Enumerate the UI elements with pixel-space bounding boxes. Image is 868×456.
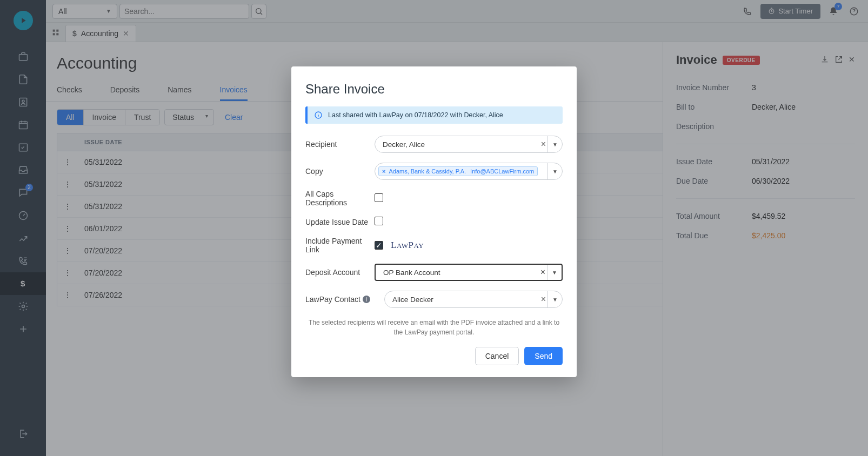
deposit-value: OP Bank Account [383,269,440,277]
modal-title: Share Invoice [305,82,563,97]
label-recipient: Recipient [305,140,375,149]
copy-tag-remove[interactable]: × [382,168,385,175]
recipient-value: Decker, Alice [383,140,425,149]
label-deposit: Deposit Account [305,268,375,277]
modal-hint: The selected recipients will receive an … [305,318,563,337]
copy-tag-name: Adams, Bank & Cassidy, P.A. [389,168,466,175]
chevron-down-icon[interactable]: ▼ [547,163,558,179]
lawpay-contact-select[interactable]: Alice Decker × ▼ [384,291,563,308]
info-icon[interactable]: i [363,296,370,303]
lawpay-contact-clear[interactable]: × [541,294,546,304]
label-allcaps: All Caps Descriptions [305,190,375,207]
chevron-down-icon[interactable]: ▼ [547,291,558,307]
send-button[interactable]: Send [524,347,563,365]
label-lawpay-contact: LawPay Contact i [305,295,375,304]
share-invoice-modal: Share Invoice Last shared with LawPay on… [291,66,577,377]
info-banner-text: Last shared with LawPay on 07/18/2022 wi… [328,111,503,119]
recipient-clear[interactable]: × [541,139,546,149]
lawpay-contact-value: Alice Decker [392,296,433,304]
deposit-clear[interactable]: × [540,267,545,277]
info-banner: Last shared with LawPay on 07/18/2022 wi… [305,106,563,124]
deposit-account-select[interactable]: OP Bank Account × ▼ [375,264,563,281]
payment-link-checkbox[interactable]: ✓ [375,241,383,250]
recipient-select[interactable]: Decker, Alice × ▼ [375,136,563,153]
label-copy: Copy [305,167,375,176]
chevron-down-icon[interactable]: ▼ [547,265,557,280]
allcaps-checkbox[interactable] [375,193,383,202]
update-date-checkbox[interactable] [375,217,383,225]
copy-tag-email: Info@ABCLawFirm.com [470,168,534,175]
label-update-date: Update Issue Date [305,218,375,226]
copy-multiselect[interactable]: × Adams, Bank & Cassidy, P.A. Info@ABCLa… [375,163,563,180]
chevron-down-icon[interactable]: ▼ [547,136,558,152]
lawpay-logo: LAWPAY [391,240,424,251]
copy-tag: × Adams, Bank & Cassidy, P.A. Info@ABCLa… [378,166,538,176]
label-payment-link: Include Payment Link [305,237,375,254]
cancel-button[interactable]: Cancel [475,347,519,365]
